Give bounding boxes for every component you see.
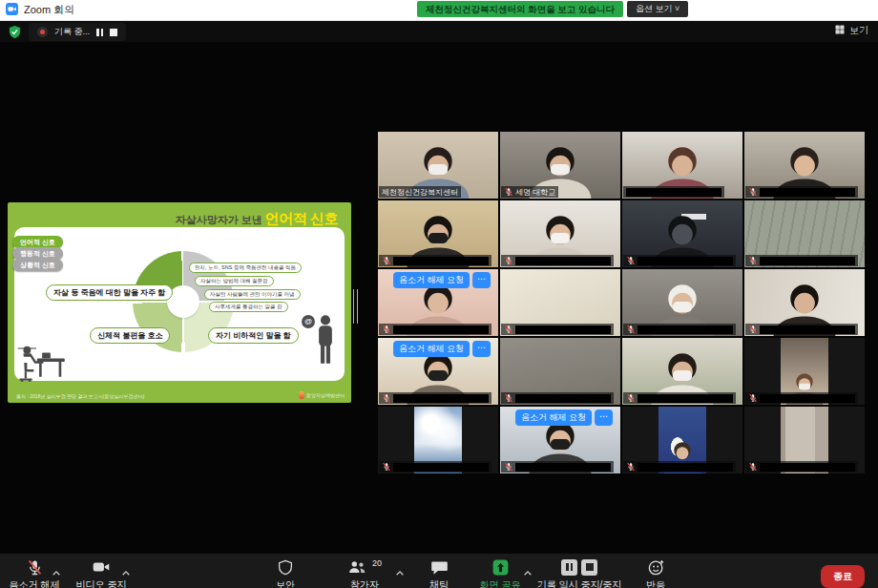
redacted-name [760,326,855,334]
ask-to-unmute-button[interactable]: 음소거 해제 요청 [515,410,592,426]
toolbar-reactions-button[interactable]: 반응 [617,557,694,588]
participant-name-chip [623,255,736,266]
more-options-button[interactable]: ⋯ [472,272,491,288]
participant-name-chip [745,461,858,472]
recording-indicator: 기록 중... [29,23,126,41]
slide-callout: 자기 비하적인 말을 함 [208,327,299,344]
video-tile[interactable] [744,269,865,336]
share-banner: 제천정신건강복지센터의 화면을 보고 있습니다 옵션 보기 ˅ [417,1,688,17]
video-tile[interactable] [622,338,742,405]
redacted-name [515,257,611,265]
share-banner-message: 제천정신건강복지센터의 화면을 보고 있습니다 [417,1,623,17]
video-tile[interactable] [622,407,742,473]
muted-mic-icon [748,393,758,403]
video-tile[interactable] [378,200,498,267]
redacted-name [515,394,611,403]
participant-name-chip [501,392,614,404]
video-tile[interactable]: 음소거 해제 요청⋯ [378,269,498,336]
zoom-meeting-window: Zoom 회의 제천정신건강복지센터의 화면을 보고 있습니다 옵션 보기 ˅ … [0,0,878,588]
window-title: Zoom 회의 [24,3,74,17]
leave-meeting-button[interactable]: 종료 [821,565,865,588]
stop-recording-icon[interactable] [110,29,117,36]
video-tile[interactable]: 제천정신건강복지센터 [378,132,498,199]
record-icon [561,557,597,577]
participant-name-chip: 제천정신건강복지센터 [379,186,461,198]
redacted-name [760,257,855,265]
participant-name: 세명 대학교 [515,187,555,198]
recording-dot-icon [37,27,48,37]
pause-recording-icon[interactable] [96,29,103,36]
speech-bubble-icon: @ [302,315,315,328]
person-at-desk-icon [16,342,70,386]
toolbar-label: 참가자 [350,578,379,588]
toolbar-label: 반응 [646,578,665,588]
toolbar-label: 화면 공유 [480,578,521,588]
video-tile[interactable] [744,200,865,267]
participant-name-chip: 세명 대학교 [501,186,558,198]
meeting-toolbar: 종료 음소거 해제비디오 중지보안20참가자채팅화면 공유기록 일시 중지/중지… [0,554,878,588]
video-tile[interactable] [744,132,865,199]
redacted-name [393,394,489,403]
video-icon [92,557,111,577]
more-options-button[interactable]: ⋯ [595,410,613,426]
chevron-up-icon[interactable] [523,563,533,580]
video-tile[interactable] [622,200,742,267]
redacted-name [638,394,733,403]
participant-name-chip [623,186,724,198]
muted-mic-icon [504,256,513,265]
video-tile[interactable] [622,132,742,199]
toolbar-record-button[interactable]: 기록 일시 중지/중지 [541,557,617,588]
ask-to-unmute-button[interactable]: 음소거 해제 요청 [393,272,470,288]
ask-to-unmute-button[interactable]: 음소거 해제 요청 [393,341,470,357]
video-tile[interactable] [744,407,865,473]
pause-recording-button[interactable] [561,559,577,576]
toolbar-label: 기록 일시 중지/중지 [537,578,621,588]
slide-title-highlight: 언어적 신호 [265,210,338,226]
zoom-logo-icon [6,2,18,19]
muted-mic-icon [748,462,758,472]
muted-mic-icon [748,256,758,265]
muted-mic-icon [748,325,758,334]
slide-sub-point: 자살하는 방법에 대해 질문함 [195,276,274,286]
video-tile[interactable]: 음소거 해제 요청⋯ [500,407,620,473]
meeting-header: 기록 중... 보기 [0,21,878,42]
redacted-name [638,326,733,334]
participants-icon: 20 [347,557,382,577]
logo-text: 중앙자살예방센터 [306,392,345,398]
stop-recording-button[interactable] [581,559,597,576]
redacted-name [638,463,733,472]
toolbar-mute-button[interactable]: 음소거 해제 [0,557,73,588]
toolbar-security-button[interactable]: 보안 [247,557,324,588]
video-tile[interactable] [500,269,620,336]
recording-label: 기록 중... [54,26,90,38]
video-tile[interactable]: 세명 대학교 [500,132,620,199]
resize-handle[interactable] [353,289,358,324]
chevron-up-icon[interactable] [121,563,131,580]
video-tile[interactable] [744,338,865,405]
toolbar-label: 채팅 [429,578,449,588]
chevron-up-icon[interactable] [52,563,61,580]
slide-sub-point: 사후세계를 동경하는 말을 함 [209,302,288,312]
presentation-slide: 자살사망자가 보낸 언어적 신호 언어적 신호행동적 신호상황적 신호 자살 등… [8,202,351,403]
view-button[interactable]: 보기 [834,24,868,37]
slide-sub-point: 자살한 사람들에 관한 이야기를 꺼냄 [204,289,301,300]
muted-mic-icon [626,325,636,334]
video-tile[interactable]: 음소거 해제 요청⋯ [378,338,498,405]
shield-icon [277,557,294,577]
unmute-request: 음소거 해제 요청⋯ [393,341,491,357]
video-tile[interactable] [500,200,620,267]
participant-name-chip [501,324,614,335]
chat-icon [430,557,449,577]
muted-mic-icon [626,462,636,472]
video-tile[interactable] [378,407,498,473]
participant-name-chip [623,392,736,404]
toolbar-participants-button[interactable]: 20참가자 [326,557,403,588]
more-options-button[interactable]: ⋯ [472,341,491,357]
muted-mic-icon [382,462,391,472]
video-tile[interactable] [500,338,620,405]
participant-count-badge: 20 [372,558,382,568]
redacted-name [760,463,855,472]
view-options-button[interactable]: 옵션 보기 ˅ [627,1,688,17]
video-tile[interactable] [622,269,742,336]
share-icon [491,557,510,577]
